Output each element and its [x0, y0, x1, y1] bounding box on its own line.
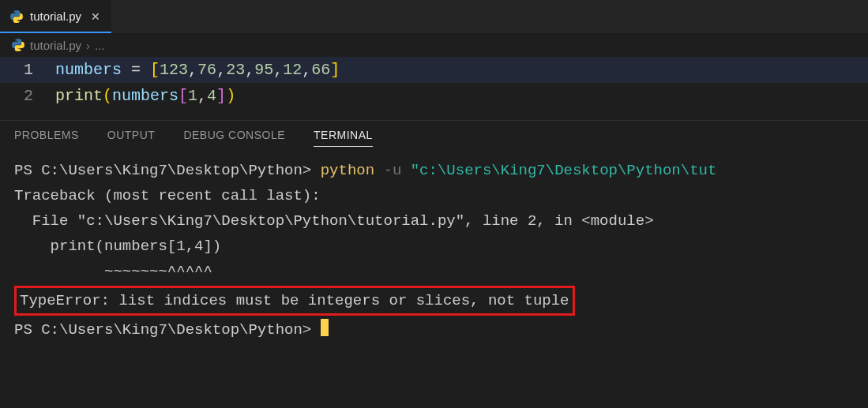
breadcrumb-more: ...	[95, 39, 105, 52]
breadcrumb[interactable]: tutorial.py › ...	[0, 33, 868, 57]
terminal-error: TypeError: list indices must be integers…	[14, 286, 575, 316]
terminal-prompt: PS C:\Users\King7\Desktop\Python>	[14, 321, 321, 339]
python-icon	[9, 9, 24, 24]
chevron-right-icon: ›	[86, 39, 90, 52]
python-icon	[11, 38, 25, 52]
line-number: 1	[0, 57, 55, 83]
editor-tabbar: tutorial.py ✕	[0, 0, 868, 33]
terminal-arg: "c:\Users\King7\Desktop\Python\tut	[411, 162, 717, 179]
terminal-output: File "c:\Users\King7\Desktop\Python\tuto…	[14, 212, 654, 230]
editor-tab-tutorial[interactable]: tutorial.py ✕	[0, 0, 111, 33]
terminal-output: print(numbers[1,4])	[14, 238, 221, 255]
terminal-output: ~~~~~~~^^^^^	[14, 263, 212, 280]
bottom-panel: PROBLEMS OUTPUT DEBUG CONSOLE TERMINAL P…	[0, 120, 868, 347]
terminal-flag: -u	[384, 162, 402, 179]
code-line: 2 print(numbers[1,4])	[0, 83, 868, 109]
tab-terminal[interactable]: TERMINAL	[314, 129, 373, 147]
code-line: 1 numbers = [123,76,23,95,12,66]	[0, 57, 868, 83]
tab-debug-console[interactable]: DEBUG CONSOLE	[183, 129, 285, 147]
terminal-command: python	[321, 162, 374, 179]
terminal-output: Traceback (most recent call last):	[14, 187, 321, 204]
panel-tabbar: PROBLEMS OUTPUT DEBUG CONSOLE TERMINAL	[0, 121, 868, 153]
code-content: numbers = [123,76,23,95,12,66]	[55, 57, 340, 83]
editor-tab-label: tutorial.py	[30, 9, 81, 23]
line-number: 2	[0, 83, 55, 109]
terminal-cursor	[321, 319, 329, 336]
breadcrumb-file: tutorial.py	[30, 39, 81, 52]
tab-output[interactable]: OUTPUT	[107, 129, 156, 147]
tab-problems[interactable]: PROBLEMS	[14, 129, 79, 147]
code-content: print(numbers[1,4])	[55, 83, 235, 109]
terminal-prompt: PS C:\Users\King7\Desktop\Python>	[14, 162, 321, 179]
terminal[interactable]: PS C:\Users\King7\Desktop\Python> python…	[0, 153, 868, 347]
code-editor[interactable]: 1 numbers = [123,76,23,95,12,66] 2 print…	[0, 57, 868, 109]
close-icon[interactable]: ✕	[91, 10, 100, 23]
